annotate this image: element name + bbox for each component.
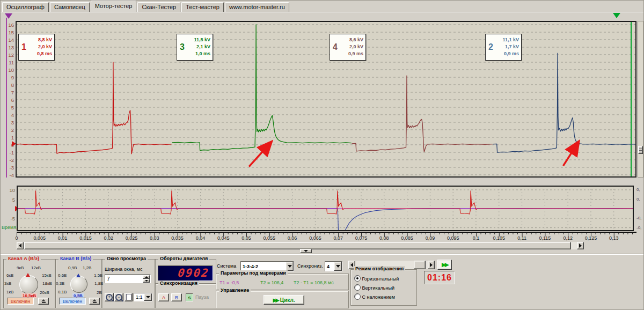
arrow-down-icon bbox=[304, 250, 308, 252]
knob-a-scale-label: 18кВ bbox=[42, 281, 52, 286]
tab-bar: ОсциллографСамописецМотор-тестерСкан-Тес… bbox=[1, 1, 643, 12]
overview-right-tick-label: -0, bbox=[636, 216, 641, 220]
sync-s-button[interactable]: s bbox=[186, 293, 193, 301]
play-forward-button[interactable]: ▶▶ bbox=[437, 260, 452, 270]
time-tick-label: 0,05 bbox=[237, 235, 255, 241]
rpm-title: Обороты двигателя bbox=[158, 256, 209, 261]
tab-Тест-мастер[interactable]: Тест-мастер bbox=[181, 2, 224, 12]
main-plot[interactable] bbox=[16, 21, 636, 178]
spin-up-button[interactable] bbox=[143, 275, 150, 279]
peak-kv: 11,5 kV bbox=[194, 37, 210, 42]
record-scroll-right-button[interactable] bbox=[428, 261, 435, 269]
tab-Самописец[interactable]: Самописец bbox=[50, 2, 90, 12]
page-icon bbox=[126, 294, 131, 300]
zoom-out-icon: - bbox=[115, 294, 122, 301]
channel-a-power-button[interactable]: Включен bbox=[7, 298, 34, 305]
zoom-in-button[interactable]: + bbox=[105, 293, 114, 301]
channel-number: 2 bbox=[486, 42, 496, 52]
overview-plot[interactable] bbox=[17, 186, 634, 231]
radio-selected-icon[interactable] bbox=[354, 275, 361, 282]
chevron-down-icon[interactable] bbox=[334, 262, 342, 271]
time-tick-label: 0,07 bbox=[329, 235, 347, 241]
knob-b-scale-label: 1,5В bbox=[94, 273, 103, 278]
cycle-button[interactable]: ▶▶ Цикл. bbox=[264, 295, 304, 305]
y-tick-label: -4 bbox=[4, 172, 14, 178]
time-tick-label: 0,085 bbox=[398, 235, 416, 241]
collapse-panel-button[interactable] bbox=[300, 249, 312, 253]
sync-cyl-value: 4 bbox=[325, 264, 334, 269]
timer-display: 01:16 bbox=[424, 271, 455, 284]
y-tick-label: 1 bbox=[4, 135, 14, 141]
timer-value: 01:16 bbox=[427, 273, 452, 282]
channel-a-probe-button[interactable] bbox=[38, 298, 49, 305]
knob-a-scale-label: 20кВ bbox=[40, 290, 49, 295]
window-width-spinner[interactable] bbox=[105, 274, 151, 283]
y-tick-label: 2 bbox=[4, 127, 14, 133]
record-scrollbar-thumb[interactable] bbox=[414, 261, 426, 269]
time-tick-label: 0,01 bbox=[54, 235, 72, 241]
channel-a-range-knob[interactable] bbox=[19, 275, 38, 294]
slider-grip-icon[interactable] bbox=[638, 146, 643, 154]
chevron-down-icon[interactable] bbox=[144, 293, 152, 301]
new-page-button[interactable] bbox=[125, 293, 133, 301]
radio-icon[interactable] bbox=[354, 284, 361, 291]
mode-option-Вертикальный[interactable]: Вертикальный bbox=[354, 284, 416, 291]
view-window-title: Окно просмотра bbox=[105, 256, 148, 261]
time-tick-label: 0,02 bbox=[99, 235, 118, 241]
sync-channel-b-button[interactable]: В bbox=[171, 293, 182, 301]
mode-option-С наложением[interactable]: С наложением bbox=[354, 293, 416, 300]
channel-3-info-box: 3 11,5 kV 2,1 kV 1,0 ms bbox=[177, 34, 213, 61]
channel-b-range-knob[interactable] bbox=[70, 276, 87, 293]
zoom-out-button[interactable]: - bbox=[114, 293, 123, 301]
mode-option-Горизонтальный[interactable]: Горизонтальный bbox=[354, 275, 416, 282]
y-tick-label: -3 bbox=[4, 165, 14, 171]
scroll-left-button[interactable] bbox=[17, 242, 24, 249]
spin-down-button[interactable] bbox=[143, 279, 150, 283]
control-title: Управление bbox=[219, 287, 251, 293]
scrollbar-thumb[interactable] bbox=[24, 242, 571, 249]
zoom-in-icon: + bbox=[106, 294, 113, 301]
sync-channel-a-button[interactable]: А bbox=[158, 293, 169, 301]
chevron-down-icon[interactable] bbox=[286, 262, 294, 271]
arrow-down-icon bbox=[145, 280, 148, 282]
system-value: 1-3-4-2 bbox=[241, 264, 286, 269]
tab-Скан-Тестер[interactable]: Скан-Тестер bbox=[137, 2, 180, 12]
time-tick-label: 0,055 bbox=[260, 235, 279, 241]
t2-marker-arrow-icon[interactable] bbox=[613, 13, 620, 18]
knob-b-scale-label: 0,6В bbox=[58, 273, 67, 278]
time-tick-label: 0,1 bbox=[467, 235, 485, 241]
fast-forward-icon: ▶▶ bbox=[442, 261, 448, 268]
channel-b-probe-button[interactable] bbox=[89, 298, 100, 305]
time-scrollbar[interactable] bbox=[17, 242, 584, 249]
burn-time: 0,8 ms bbox=[37, 51, 52, 56]
time-tick-label: 0,04 bbox=[191, 235, 209, 241]
window-width-label: Ширина окна, мс bbox=[105, 267, 142, 272]
knob-a-scale-label: 12кВ bbox=[31, 265, 41, 270]
scroll-right-button[interactable] bbox=[577, 242, 584, 249]
channel-b-power-button[interactable]: Включен bbox=[59, 298, 86, 305]
display-mode-group: Режим отображения Горизонтальный Вертика… bbox=[350, 269, 417, 306]
knob-a-scale-label: 1кВ bbox=[6, 290, 13, 294]
time-tick-label: 0,035 bbox=[169, 235, 187, 241]
knob-b-scale-label: 1,2В bbox=[83, 265, 91, 270]
overview-y-tick-label: -5 bbox=[5, 216, 15, 222]
window-width-input[interactable] bbox=[106, 275, 143, 283]
y-tick-label: -2 bbox=[4, 157, 14, 163]
time-tick-label: 0,11 bbox=[513, 235, 531, 241]
sync-title: Синхронизация bbox=[158, 281, 199, 286]
y-tick-label: 10 bbox=[4, 67, 14, 73]
y-tick-label: 9 bbox=[4, 75, 14, 80]
control-group: Управление ▶▶ Цикл. bbox=[216, 291, 349, 308]
main-chart-region: 161514131211109876543210-1-2-3-4 1 8,8 k… bbox=[1, 12, 644, 184]
tab-www.motor-master.ru[interactable]: www.motor-master.ru bbox=[225, 2, 289, 12]
scale-select[interactable]: 1:1 bbox=[134, 293, 152, 301]
main-vertical-slider[interactable] bbox=[638, 21, 643, 178]
sync-cyl-label: Синхрониз. bbox=[297, 263, 323, 269]
channel-4-info-box: 4 8,6 kV 2,0 kV 0,9 ms bbox=[330, 34, 366, 61]
system-label: Система bbox=[217, 263, 236, 269]
tab-Мотор-тестер[interactable]: Мотор-тестер bbox=[91, 1, 137, 12]
sync-cyl-select[interactable]: 4 bbox=[325, 261, 342, 271]
radio-icon[interactable] bbox=[354, 293, 361, 300]
overview-right-tick-label: 0, bbox=[636, 187, 640, 192]
t1-value: T1 = -0,5 bbox=[219, 280, 239, 285]
